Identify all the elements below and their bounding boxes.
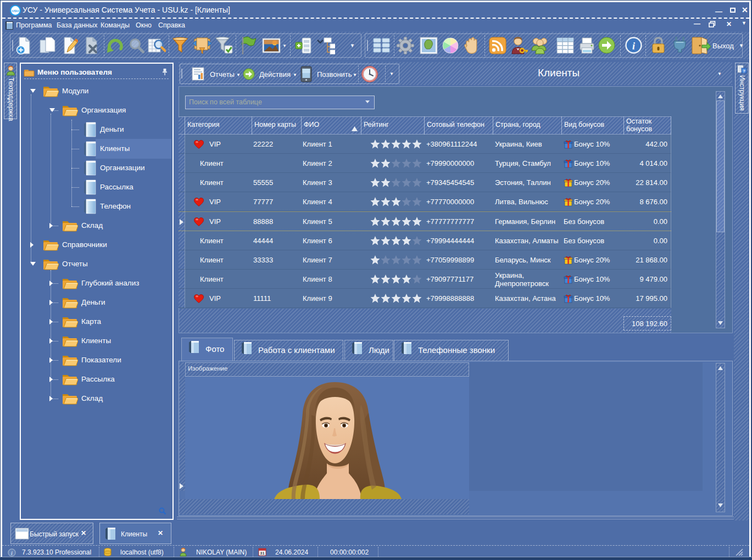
- svg-text:i: i: [632, 41, 635, 52]
- svg-text:USU: USU: [12, 9, 19, 13]
- svg-text:?: ?: [743, 69, 745, 74]
- svg-text:31: 31: [260, 551, 264, 556]
- svg-text:i: i: [11, 550, 13, 556]
